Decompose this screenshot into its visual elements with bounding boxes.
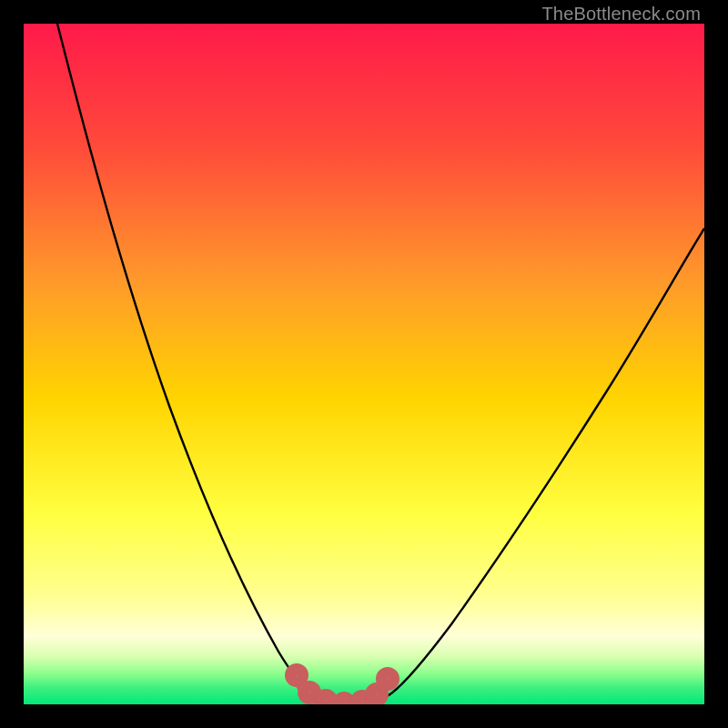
- svg-point-3: [338, 697, 350, 704]
- svg-point-5: [370, 688, 383, 701]
- plot-area: [24, 24, 704, 704]
- chart-svg: [24, 24, 704, 704]
- svg-point-2: [319, 694, 332, 704]
- svg-point-1: [303, 686, 316, 699]
- svg-point-6: [381, 672, 394, 685]
- gradient-background: [24, 24, 704, 704]
- chart-frame: TheBottleneck.com: [0, 0, 728, 728]
- svg-point-0: [290, 669, 303, 682]
- watermark-text: TheBottleneck.com: [541, 4, 701, 25]
